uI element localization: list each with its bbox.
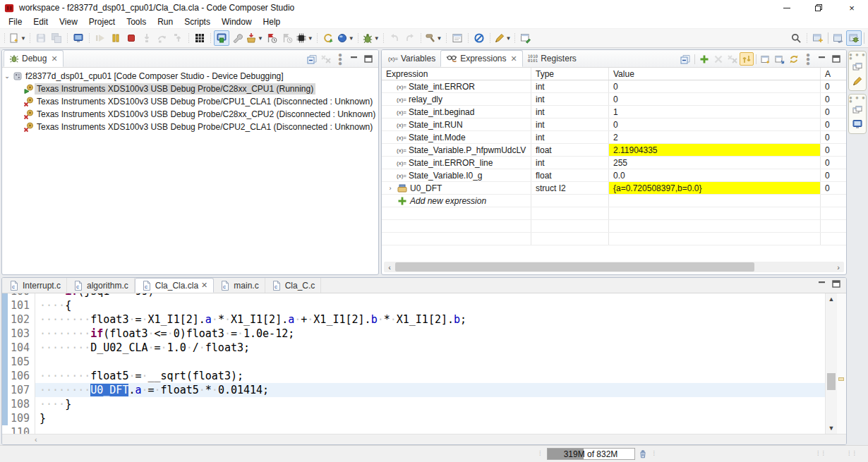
menu-edit[interactable]: Edit bbox=[28, 16, 54, 28]
expand-arrow-icon[interactable]: ⌄ bbox=[2, 73, 12, 80]
new-window-pencil-button[interactable] bbox=[518, 30, 534, 46]
scroll-left-icon[interactable]: ‹ bbox=[384, 263, 395, 272]
suspend-button[interactable] bbox=[108, 30, 123, 46]
target-sphere-button[interactable]: ▼ bbox=[336, 30, 355, 46]
step-into-button[interactable] bbox=[139, 30, 155, 46]
open-perspective-button[interactable] bbox=[810, 30, 826, 46]
continuous-refresh-button[interactable] bbox=[740, 52, 754, 66]
editor-tab-cla_cla.cla[interactable]: cCla_Cla.cla✕ bbox=[135, 278, 215, 293]
terminate-button[interactable] bbox=[123, 30, 139, 46]
scroll-down-icon[interactable]: ▼ bbox=[828, 423, 835, 434]
minimize-button[interactable] bbox=[815, 52, 829, 66]
remove-all-button[interactable] bbox=[319, 52, 333, 66]
step-over-button[interactable] bbox=[155, 30, 170, 46]
menu-help[interactable]: Help bbox=[258, 16, 287, 28]
dropdown-arrow-icon[interactable]: ▼ bbox=[374, 35, 380, 42]
maximize-button[interactable] bbox=[829, 277, 843, 291]
menu-project[interactable]: Project bbox=[83, 16, 121, 28]
ccs-debug-perspective-button[interactable] bbox=[846, 30, 862, 46]
close-tab-icon[interactable]: ✕ bbox=[201, 281, 207, 290]
editor-tab-main.c[interactable]: cmain.c bbox=[214, 278, 265, 293]
run-garbage-collector-button[interactable] bbox=[638, 449, 648, 459]
expression-row[interactable]: (x)=State_int.beginadint10 bbox=[382, 106, 846, 118]
debug-bug-button[interactable]: ▼ bbox=[361, 30, 380, 46]
menu-scripts[interactable]: Scripts bbox=[179, 16, 216, 28]
minimize-button[interactable] bbox=[815, 277, 829, 291]
expression-row[interactable]: (x)=State_Variable.I0_gfloat0.00 bbox=[382, 169, 846, 182]
flash-load-button[interactable]: ▼ bbox=[245, 30, 264, 46]
refresh-button[interactable] bbox=[787, 52, 801, 66]
menu-file[interactable]: File bbox=[3, 16, 28, 28]
console-view-button[interactable] bbox=[850, 117, 864, 131]
code-editor[interactable]: 100····if(jsq1·==·99)101····{102········… bbox=[2, 293, 825, 434]
debug-tree-row[interactable]: ⌄f28377d_dsp01_cpu01 [Code Composer Stud… bbox=[2, 70, 378, 83]
target-sync-button[interactable] bbox=[214, 30, 229, 46]
menu-run[interactable]: Run bbox=[152, 16, 179, 28]
new-view-button[interactable] bbox=[759, 52, 773, 66]
column-header-type[interactable]: Type bbox=[531, 68, 609, 80]
tab-variables[interactable]: (x)=Variables bbox=[383, 50, 440, 67]
dropdown-arrow-icon[interactable]: ▼ bbox=[258, 35, 263, 42]
restore-window-button[interactable] bbox=[803, 0, 836, 16]
view-menu-button[interactable]: ●●● bbox=[801, 52, 815, 66]
add-expression-button[interactable] bbox=[697, 52, 711, 66]
wrench-button[interactable] bbox=[229, 30, 245, 46]
expressions-hscrollbar[interactable]: ‹ › bbox=[384, 262, 844, 272]
minimize-window-button[interactable] bbox=[771, 0, 803, 16]
resume-button[interactable] bbox=[92, 30, 108, 46]
hscroll-thumb[interactable] bbox=[395, 262, 754, 272]
debug-tree-row[interactable]: Texas Instruments XDS100v3 USB Debug Pro… bbox=[2, 108, 378, 121]
profile-clock-gray-button[interactable] bbox=[279, 30, 295, 46]
collapse-all-button[interactable] bbox=[678, 52, 692, 66]
expand-arrow-icon[interactable]: › bbox=[386, 185, 394, 192]
dropdown-arrow-icon[interactable]: ▼ bbox=[349, 35, 354, 42]
ccs-edit-perspective-button[interactable] bbox=[831, 30, 846, 46]
console-monitor-button[interactable] bbox=[71, 30, 86, 46]
editor-tab-algorithm.c[interactable]: calgorithm.c bbox=[67, 278, 135, 293]
column-header-value[interactable]: Value bbox=[609, 68, 821, 80]
chip-button[interactable]: ▼ bbox=[295, 30, 314, 46]
column-header-expression[interactable]: Expression bbox=[382, 68, 531, 80]
tab-expressions[interactable]: Expressions✕ bbox=[440, 50, 523, 67]
menu-tools[interactable]: Tools bbox=[121, 16, 152, 28]
restart-button[interactable] bbox=[320, 30, 336, 46]
dropdown-arrow-icon[interactable]: ▼ bbox=[506, 35, 512, 42]
debug-tree-row[interactable]: Texas Instruments XDS100v3 USB Debug Pro… bbox=[2, 95, 378, 108]
dropdown-arrow-icon[interactable]: ▼ bbox=[20, 35, 26, 42]
hammer-button[interactable]: ▼ bbox=[424, 30, 443, 46]
close-tab-icon[interactable]: ✕ bbox=[51, 54, 57, 63]
dropdown-arrow-icon[interactable]: ▼ bbox=[308, 35, 313, 42]
dropdown-arrow-icon[interactable]: ▼ bbox=[437, 35, 442, 42]
debug-tree-row[interactable]: Texas Instruments XDS100v3 USB Debug Pro… bbox=[2, 83, 378, 95]
no-entry-button[interactable] bbox=[471, 30, 487, 46]
expression-row[interactable]: (x)=State_int.ERRORint00 bbox=[382, 80, 846, 93]
restore-view-button[interactable] bbox=[850, 103, 864, 117]
maximize-button[interactable] bbox=[361, 52, 375, 66]
editor-tab-cla_c.c[interactable]: cCla_C.c bbox=[265, 278, 322, 293]
expression-row[interactable]: (x)=State_int.ERROR_lineint2550 bbox=[382, 157, 846, 169]
menu-view[interactable]: View bbox=[54, 16, 83, 28]
editor-vscrollbar[interactable]: ▲ ▼ bbox=[825, 293, 837, 434]
remove-all-expressions-button[interactable] bbox=[725, 52, 740, 66]
collapse-all-button[interactable] bbox=[305, 52, 319, 66]
save-all-button[interactable] bbox=[49, 30, 64, 46]
vscroll-thumb[interactable] bbox=[827, 373, 836, 390]
new-wizard-button[interactable]: ▼ bbox=[8, 30, 27, 46]
scroll-right-icon[interactable]: › bbox=[833, 263, 844, 272]
close-tab-icon[interactable]: ✕ bbox=[511, 54, 517, 63]
expression-row[interactable]: ›U0_DFTstruct I2{a=0.720508397,b=0.0}0 bbox=[382, 182, 846, 195]
editor-hscrollbar[interactable]: ‹ bbox=[2, 434, 846, 444]
debug-tree-row[interactable]: Texas Instruments XDS100v3 USB Debug Pro… bbox=[2, 121, 378, 133]
restore-view-button[interactable] bbox=[850, 60, 864, 74]
step-return-button[interactable] bbox=[170, 30, 186, 46]
forward-button[interactable] bbox=[402, 30, 418, 46]
profile-clock-red-button[interactable] bbox=[264, 30, 279, 46]
expression-row[interactable]: (x)=State_int.Modeint20 bbox=[382, 131, 846, 144]
editor-tab-interrupt.c[interactable]: cInterrupt.c bbox=[3, 278, 67, 293]
tab-registers[interactable]: 10100101Registers bbox=[523, 50, 581, 67]
scripting-pen-button[interactable]: ▼ bbox=[493, 30, 512, 46]
remove-expression-button[interactable] bbox=[711, 52, 725, 66]
menu-window[interactable]: Window bbox=[216, 16, 258, 28]
pin-view-button[interactable] bbox=[773, 52, 787, 66]
view-menu-button[interactable]: ●●● bbox=[333, 52, 347, 66]
